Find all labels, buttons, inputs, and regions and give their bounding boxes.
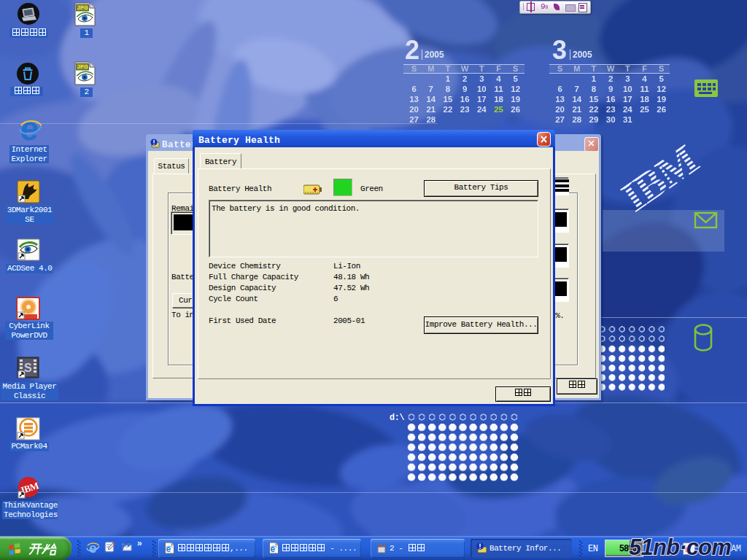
svg-text:S: S bbox=[24, 362, 32, 374]
svg-text:JPG: JPG bbox=[77, 64, 88, 69]
svg-text:JPG: JPG bbox=[77, 5, 88, 10]
svg-text:e: e bbox=[271, 544, 276, 554]
svg-text:51nb·com: 51nb·com bbox=[629, 536, 731, 560]
svg-text:e: e bbox=[166, 544, 171, 554]
